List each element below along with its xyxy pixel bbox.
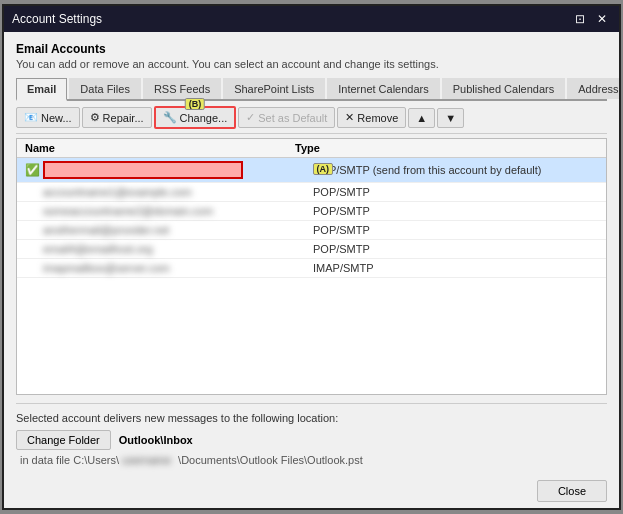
row-name-cell: anothermail@provider.net [43, 224, 313, 236]
tab-rss-feeds[interactable]: RSS Feeds [143, 78, 221, 99]
account-toolbar: 📧 New... ⚙ Repair... (B) 🔧 Change... ✓ S… [16, 101, 607, 134]
tab-bar: Email Data Files RSS Feeds SharePoint Li… [16, 78, 607, 101]
row-type-cell: POP/SMTP (send from this account by defa… [313, 164, 598, 176]
new-icon: 📧 [24, 111, 38, 124]
delivery-location-desc: Selected account delivers new messages t… [16, 412, 607, 424]
tab-email[interactable]: Email [16, 78, 67, 101]
remove-icon: ✕ [345, 111, 354, 124]
row-name-cell: someaccountname2@domain.com [43, 205, 313, 217]
account-settings-window: Account Settings ⊡ ✕ Email Accounts You … [2, 4, 621, 510]
new-button[interactable]: 📧 New... [16, 107, 80, 128]
table-row[interactable]: accountname1@example.com POP/SMTP [17, 183, 606, 202]
row-type-cell: POP/SMTP [313, 224, 598, 236]
tab-internet-calendars[interactable]: Internet Calendars [327, 78, 440, 99]
section-title: Email Accounts [16, 42, 607, 56]
change-button-wrapper: (B) 🔧 Change... [154, 106, 237, 129]
close-title-button[interactable]: ✕ [593, 10, 611, 28]
close-button[interactable]: Close [537, 480, 607, 502]
down-arrow-icon: ▼ [445, 112, 456, 124]
highlighted-account-name [43, 161, 243, 179]
section-description: You can add or remove an account. You ca… [16, 58, 607, 70]
table-row[interactable]: imapmailbox@server.com IMAP/SMTP [17, 259, 606, 278]
set-default-button[interactable]: ✓ Set as Default [238, 107, 335, 128]
annotation-b: (B) [185, 98, 206, 110]
username-blurred: username [122, 454, 171, 466]
table-row[interactable]: email4@emailhost.org POP/SMTP [17, 240, 606, 259]
row-name-cell: email4@emailhost.org [43, 243, 313, 255]
table-row[interactable]: anothermail@provider.net POP/SMTP [17, 221, 606, 240]
tab-data-files[interactable]: Data Files [69, 78, 141, 99]
row-type-cell: POP/SMTP [313, 186, 598, 198]
up-arrow-icon: ▲ [416, 112, 427, 124]
remove-button[interactable]: ✕ Remove [337, 107, 406, 128]
table-row[interactable]: ✅ (A) POP/SMTP (send from this account b… [17, 158, 606, 183]
window-title: Account Settings [12, 12, 102, 26]
restore-button[interactable]: ⊡ [571, 10, 589, 28]
col-header-name: Name [25, 142, 295, 154]
table-header: Name Type [17, 139, 606, 158]
bottom-section: Selected account delivers new messages t… [16, 403, 607, 466]
footer-button-row: Close [4, 474, 619, 508]
move-up-button[interactable]: ▲ [408, 108, 435, 128]
set-default-icon: ✓ [246, 111, 255, 124]
row-type-cell: IMAP/SMTP [313, 262, 598, 274]
title-bar: Account Settings ⊡ ✕ [4, 6, 619, 32]
col-header-type: Type [295, 142, 598, 154]
repair-icon: ⚙ [90, 111, 100, 124]
row-name-cell: (A) [43, 161, 313, 179]
move-down-button[interactable]: ▼ [437, 108, 464, 128]
table-row[interactable]: someaccountname2@domain.com POP/SMTP [17, 202, 606, 221]
data-file-path-suffix: \Documents\Outlook Files\Outlook.pst [178, 454, 363, 466]
change-icon: 🔧 [163, 111, 177, 124]
row-name-cell: imapmailbox@server.com [43, 262, 313, 274]
annotation-a: (A) [313, 163, 334, 175]
location-label: Outlook\Inbox [119, 434, 193, 446]
window-content: Email Accounts You can add or remove an … [4, 32, 619, 474]
account-table: Name Type ✅ (A) POP/SMTP (send from this… [16, 138, 607, 395]
data-file-path-prefix: in data file C:\Users\ [20, 454, 119, 466]
tab-published-calendars[interactable]: Published Calendars [442, 78, 566, 99]
data-file-path-row: in data file C:\Users\ username \Documen… [16, 454, 607, 466]
repair-button[interactable]: ⚙ Repair... [82, 107, 152, 128]
row-type-cell: POP/SMTP [313, 243, 598, 255]
delivery-location-row: Change Folder Outlook\Inbox [16, 430, 607, 450]
row-name-cell: accountname1@example.com [43, 186, 313, 198]
tab-sharepoint-lists[interactable]: SharePoint Lists [223, 78, 325, 99]
tab-address-books[interactable]: Address Books [567, 78, 619, 99]
row-type-cell: POP/SMTP [313, 205, 598, 217]
default-account-icon: ✅ [25, 163, 43, 177]
change-folder-button[interactable]: Change Folder [16, 430, 111, 450]
title-bar-controls: ⊡ ✕ [571, 10, 611, 28]
